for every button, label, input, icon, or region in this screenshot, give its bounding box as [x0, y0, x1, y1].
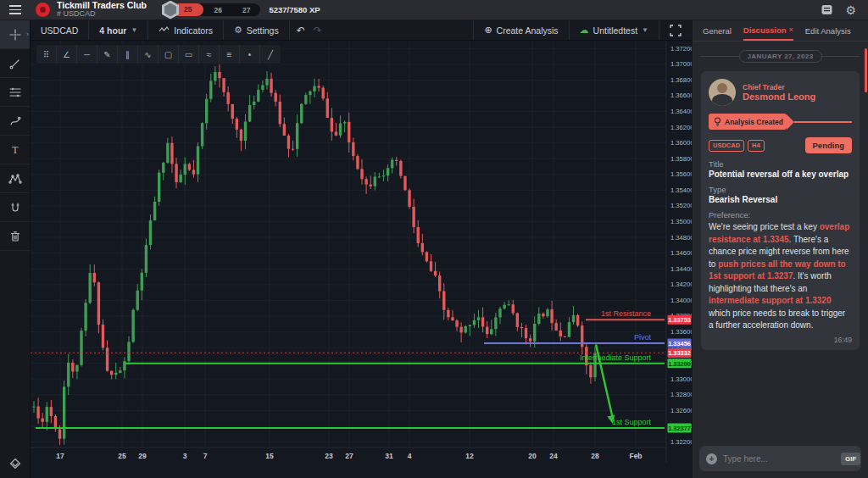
chevron-down-icon: ▼: [131, 26, 137, 34]
magnet-tool[interactable]: [0, 193, 30, 222]
drag-handle-icon[interactable]: ⠿: [36, 45, 57, 64]
curve-tool-icon[interactable]: ≈: [199, 45, 220, 64]
create-analysis-button[interactable]: ⊕ Create Analysis: [474, 20, 569, 40]
scrollbar-thumb[interactable]: [865, 48, 867, 92]
level-label: Intermediate Support: [580, 353, 652, 362]
fib-retracement-tool[interactable]: [0, 78, 30, 107]
undo-icon[interactable]: ↶: [290, 25, 312, 36]
svg-text:15: 15: [265, 452, 274, 460]
chart-area[interactable]: ⠿ ∠ ─ ✎ ∥ ∿ ▢ ▭ ≈ ≡ • ╱ 1.372001.370001.…: [31, 41, 692, 478]
author-name[interactable]: Desmond Leong: [743, 92, 815, 102]
gif-button[interactable]: GIF: [841, 453, 860, 465]
indicators-button[interactable]: Indicators: [148, 20, 224, 40]
dot-tool-icon[interactable]: •: [240, 45, 260, 64]
svg-text:1.35000: 1.35000: [670, 218, 692, 225]
svg-text:23: 23: [325, 452, 333, 460]
fib-lines-tool-icon[interactable]: ≡: [220, 45, 240, 64]
svg-text:31: 31: [385, 452, 393, 460]
symbol-button[interactable]: USDCAD: [31, 20, 89, 40]
preference-label: Preference:: [709, 210, 852, 220]
message-header: Chief Trader Desmond Leong: [709, 79, 852, 106]
svg-text:1.32200: 1.32200: [670, 438, 692, 446]
plus-circle-icon: ⊕: [484, 25, 492, 36]
time-axis[interactable]: 1725293715232731412202428Feb: [56, 452, 642, 460]
svg-text:12: 12: [465, 452, 474, 460]
svg-text:24: 24: [549, 452, 558, 460]
hamburger-menu-icon[interactable]: [0, 5, 31, 14]
discussion-feed[interactable]: JANUARY 27, 2023 Chief Trader Desmond Le…: [693, 42, 868, 446]
ray-tool-icon[interactable]: ╱: [260, 45, 281, 64]
callout-tool-icon[interactable]: ▭: [179, 45, 199, 64]
brush-tool[interactable]: [0, 107, 30, 136]
svg-text:7: 7: [203, 452, 208, 460]
price-axis[interactable]: 1.372001.370001.368001.366001.364001.362…: [670, 45, 692, 446]
grid-layer: [31, 41, 666, 463]
message-input[interactable]: [723, 454, 835, 464]
tab-edit-analysis[interactable]: Edit Analysis: [805, 20, 851, 41]
svg-text:27: 27: [345, 452, 353, 460]
xabcd-pattern-tool[interactable]: [0, 164, 30, 193]
pending-status-button[interactable]: Pending: [805, 137, 852, 153]
svg-text:1.34800: 1.34800: [670, 234, 692, 242]
date-divider-label: JANUARY 27, 2023: [739, 50, 822, 63]
brush-tool-icon[interactable]: ∿: [138, 45, 159, 64]
analysis-body: We're seeing price test a key overlap re…: [709, 221, 852, 332]
svg-text:1.36600: 1.36600: [670, 92, 692, 99]
cloud-saved-icon: ☁: [580, 25, 589, 36]
redo-icon[interactable]: ↷: [312, 25, 329, 36]
tool-expand-arrow-icon[interactable]: ›: [26, 31, 29, 38]
svg-text:1.36800: 1.36800: [670, 76, 692, 84]
svg-text:1.37200: 1.37200: [670, 45, 692, 53]
timeframe-dropdown[interactable]: 4 hour▼: [89, 20, 148, 40]
trendline-tool-icon[interactable]: ✎: [97, 45, 118, 64]
level-label: Pivot: [634, 333, 652, 342]
svg-text:1.33332: 1.33332: [668, 349, 691, 357]
chevron-down-icon: ▼: [642, 26, 648, 34]
svg-text:25: 25: [118, 452, 126, 460]
type-label: Type: [709, 185, 852, 194]
svg-text:1.35800: 1.35800: [670, 155, 692, 163]
workspace-dropdown[interactable]: ☁ Untitledtest ▼: [570, 20, 659, 40]
tag-row: USDCAD H4 Pending: [709, 137, 852, 153]
diamond-icon[interactable]: [0, 449, 30, 478]
tab-general[interactable]: General: [703, 20, 732, 41]
svg-text:4: 4: [408, 452, 412, 460]
horizontal-line-tool-icon[interactable]: ─: [77, 45, 97, 64]
level-label: 1st Support: [612, 418, 652, 426]
svg-text:1.32800: 1.32800: [670, 391, 692, 398]
avatar[interactable]: [709, 79, 736, 106]
chart-column: USDCAD 4 hour▼ Indicators ⚙ Settings ↶ ↷: [31, 20, 692, 478]
angle-tool-icon[interactable]: ∠: [57, 45, 77, 64]
parallel-channel-tool-icon[interactable]: ∥: [118, 45, 138, 64]
svg-text:28: 28: [591, 452, 599, 460]
gear-icon: ⚙: [234, 25, 242, 36]
close-tab-icon[interactable]: ×: [789, 25, 793, 34]
chart-settings-button[interactable]: ⚙ Settings: [224, 20, 290, 40]
author-role: Chief Trader: [743, 83, 815, 92]
app-window: Tickmill Traders Club # USDCAD 25 26 27 …: [0, 0, 868, 478]
top-header: Tickmill Traders Club # USDCAD 25 26 27 …: [0, 0, 868, 20]
fullscreen-button[interactable]: [659, 20, 692, 40]
svg-text:1.36400: 1.36400: [670, 108, 692, 115]
crosshair-tool[interactable]: ›: [0, 20, 30, 49]
trendline-tool[interactable]: [0, 49, 30, 78]
delete-drawings-tool[interactable]: [0, 222, 30, 251]
indicators-icon: [159, 25, 170, 35]
settings-gear-icon[interactable]: ⚙: [845, 3, 856, 17]
text-tool[interactable]: T: [0, 136, 30, 164]
svg-text:1.34600: 1.34600: [670, 249, 692, 257]
date-divider: JANUARY 27, 2023: [701, 50, 860, 63]
timeframe-tag: H4: [748, 140, 765, 152]
floating-draw-toolbar: ⠿ ∠ ─ ✎ ∥ ∿ ▢ ▭ ≈ ≡ • ╱: [36, 44, 281, 64]
svg-text:20: 20: [528, 452, 537, 460]
rectangle-tool-icon[interactable]: ▢: [159, 45, 179, 64]
svg-text:3: 3: [183, 452, 187, 460]
svg-text:1.33200: 1.33200: [668, 360, 691, 368]
attach-plus-icon[interactable]: +: [706, 453, 717, 464]
svg-text:1.34400: 1.34400: [670, 265, 692, 273]
forum-panel-icon[interactable]: [821, 3, 833, 16]
tab-discussion[interactable]: Discussion×: [743, 20, 793, 41]
svg-text:1.33000: 1.33000: [670, 375, 692, 383]
candlestick-chart[interactable]: 1.372001.370001.368001.366001.364001.362…: [31, 41, 692, 478]
title-label: Title: [709, 159, 852, 169]
